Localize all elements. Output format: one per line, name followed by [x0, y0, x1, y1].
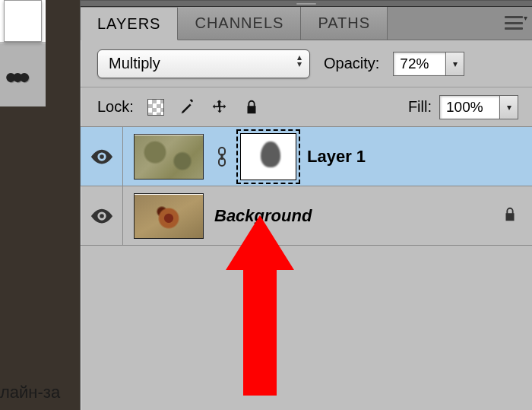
visibility-toggle[interactable] [81, 186, 123, 245]
blend-mode-select[interactable]: Multiply ▴▾ [97, 49, 310, 78]
brush-stack-icon: ●●● [5, 65, 25, 89]
tab-paths[interactable]: PATHS [301, 7, 388, 40]
tab-layers[interactable]: LAYERS [81, 8, 178, 40]
select-arrows-icon: ▴▾ [297, 54, 302, 68]
mask-content-icon [261, 141, 280, 167]
svg-rect-3 [221, 154, 223, 160]
lock-all-icon[interactable] [242, 97, 261, 117]
layers-panel: LAYERS CHANNELS PATHS Multiply ▴▾ Opacit… [80, 0, 532, 410]
lock-pixels-icon[interactable] [178, 97, 198, 117]
background-lock-icon[interactable] [502, 205, 518, 227]
layer-row[interactable]: Layer 1 [81, 127, 532, 186]
tab-channels[interactable]: CHANNELS [178, 7, 301, 40]
opacity-dropdown-icon[interactable] [446, 52, 464, 76]
document-thumbnail[interactable] [4, 0, 42, 42]
layer-mask-thumbnail[interactable] [240, 133, 296, 180]
fill-label: Fill: [408, 98, 432, 116]
layer-thumbnail[interactable] [134, 193, 204, 239]
fill-field[interactable]: 100% [439, 95, 500, 119]
panel-menu-icon[interactable] [503, 16, 524, 30]
layer-name[interactable]: Background [214, 206, 312, 226]
visibility-toggle[interactable] [81, 127, 123, 186]
panel-drag-grip[interactable] [81, 1, 532, 7]
layer-name[interactable]: Layer 1 [307, 147, 366, 167]
layers-list: Layer 1 Background [81, 127, 532, 246]
lock-fill-row: Lock: Fill: 100% [81, 87, 532, 127]
layer-row[interactable]: Background [81, 186, 532, 246]
lock-transparency-icon[interactable] [146, 97, 166, 117]
workspace-left-strip: ●●● [0, 0, 46, 410]
svg-point-4 [100, 214, 104, 218]
fill-dropdown-icon[interactable] [500, 95, 518, 119]
opacity-field[interactable]: 72% [393, 52, 446, 76]
lock-label: Lock: [97, 98, 134, 116]
page-caption-fragment: лайн-за [0, 383, 60, 402]
panel-tabs: LAYERS CHANNELS PATHS [81, 7, 532, 40]
link-icon[interactable] [214, 147, 230, 167]
blend-mode-value: Multiply [109, 55, 160, 72]
svg-point-0 [100, 154, 104, 159]
blend-opacity-row: Multiply ▴▾ Opacity: 72% [81, 40, 532, 87]
opacity-label: Opacity: [324, 55, 379, 72]
lock-position-icon[interactable] [210, 97, 230, 117]
layer-thumbnail[interactable] [134, 134, 204, 180]
